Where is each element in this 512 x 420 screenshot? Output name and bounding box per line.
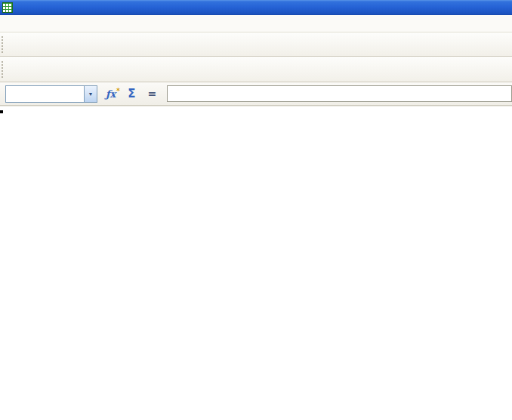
sum-button[interactable]: Σ [122, 85, 141, 103]
chevron-down-icon[interactable]: ▼ [84, 86, 97, 102]
function-wizard-button[interactable]: ƒx✶ [100, 85, 122, 103]
name-box[interactable]: ▼ [5, 85, 97, 103]
spreadsheet-grid[interactable] [0, 107, 512, 420]
app-window: { "window": { "title": "Versuch x2.ods -… [0, 0, 512, 420]
toolbar-drag-handle[interactable] [2, 36, 7, 53]
equals-icon: = [143, 88, 162, 100]
function-wizard-icon: ƒx✶ [100, 88, 121, 100]
function-button[interactable]: = [142, 85, 163, 103]
formula-bar: ▼ ƒx✶ Σ = [0, 82, 512, 106]
cell-reference-input[interactable] [6, 88, 84, 99]
formula-input[interactable] [167, 85, 512, 102]
menu-bar [0, 15, 512, 32]
sigma-icon: Σ [122, 87, 140, 100]
toolbar-drag-handle[interactable] [2, 61, 7, 78]
app-icon [2, 2, 13, 13]
standard-toolbar [0, 32, 512, 57]
formatting-toolbar [0, 57, 512, 82]
title-bar[interactable] [0, 0, 512, 15]
